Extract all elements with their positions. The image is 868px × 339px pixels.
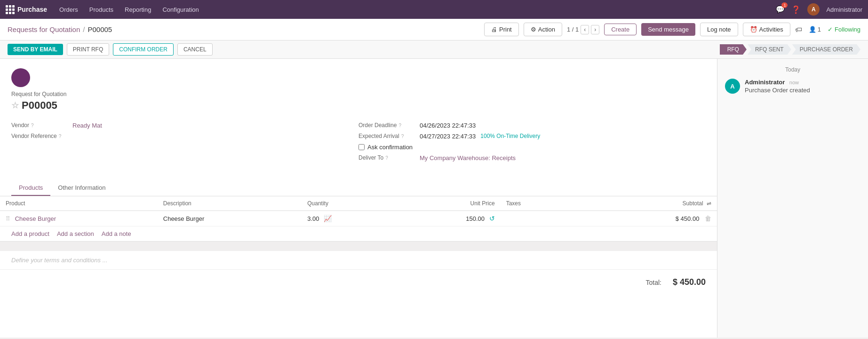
order-deadline-help-icon[interactable]: ? — [398, 123, 401, 128]
chat-icon[interactable]: 💬 1 — [776, 5, 785, 14]
expected-arrival-value[interactable]: 04/27/2023 22:47:33 — [420, 133, 476, 140]
description-cell[interactable]: Cheese Burger — [158, 211, 302, 226]
send-message-button[interactable]: Send message — [641, 23, 695, 36]
chatter-extra-icons: 🏷 👤 1 ✓ Following — [795, 25, 860, 33]
delete-row-icon[interactable]: 🗑 — [705, 215, 711, 222]
ask-confirmation-checkbox[interactable] — [358, 144, 365, 150]
header-product: Product — [0, 196, 158, 211]
app-name[interactable]: Purchase — [17, 6, 47, 13]
vendor-ref-help-icon[interactable]: ? — [59, 134, 62, 139]
terms-placeholder[interactable]: Define your terms and conditions ... — [11, 257, 108, 264]
expected-arrival-label: Expected Arrival ? — [358, 133, 420, 139]
header-taxes: Taxes — [501, 196, 597, 211]
add-note-link[interactable]: Add a note — [102, 230, 131, 237]
admin-label[interactable]: Administrator — [826, 6, 862, 13]
totals-area: Total: $ 450.00 — [0, 269, 717, 295]
nav-orders[interactable]: Orders — [55, 4, 83, 15]
reset-price-icon[interactable]: ↺ — [489, 215, 495, 222]
action-button[interactable]: ⚙ Action — [524, 23, 562, 36]
product-cell: ⠿ Cheese Burger — [0, 211, 158, 226]
gear-icon: ⚙ — [531, 26, 536, 33]
tab-other-information[interactable]: Other Information — [50, 180, 113, 196]
vendor-help-icon[interactable]: ? — [31, 123, 34, 128]
ask-confirmation-row: Ask confirmation — [358, 144, 706, 151]
record-id: P00005 — [22, 99, 57, 112]
action-bar: SEND BY EMAIL PRINT RFQ CONFIRM ORDER CA… — [0, 40, 868, 59]
chatter-text: Purchase Order created — [745, 87, 860, 94]
prev-button[interactable]: ‹ — [581, 25, 589, 34]
record-title: ☆ P00005 — [11, 99, 706, 112]
chatter-today-label: Today — [725, 66, 860, 73]
status-purchase-order: PURCHASE ORDER — [792, 44, 860, 55]
activities-button[interactable]: ⏰ Activities — [743, 23, 790, 36]
cancel-button[interactable]: CANCEL — [177, 43, 213, 56]
send-by-email-button[interactable]: SEND BY EMAIL — [8, 44, 63, 55]
header-unit-price: Unit Price — [398, 196, 501, 211]
vendor-ref-field-row: Vendor Reference ? — [11, 131, 358, 141]
check-icon: ✓ — [828, 26, 833, 33]
next-button[interactable]: › — [591, 25, 599, 34]
print-icon: 🖨 — [491, 26, 497, 33]
favorite-star-icon[interactable]: ☆ — [11, 100, 19, 111]
on-time-delivery-badge[interactable]: 100% On-Time Delivery — [480, 133, 540, 139]
avatar[interactable]: A — [807, 3, 820, 16]
clock-icon: ⏰ — [750, 26, 757, 33]
confirm-order-button[interactable]: CONFIRM ORDER — [113, 43, 174, 56]
record-counter: 1 / 1 ‹ › — [567, 25, 599, 34]
print-rfq-button[interactable]: PRINT RFQ — [67, 43, 109, 56]
main-nav: Orders Products Reporting Configuration — [55, 4, 204, 15]
main-area: Request for Quotation ☆ P00005 Vendor ? … — [0, 59, 868, 338]
product-table: Product Description Quantity Unit Price … — [0, 196, 717, 226]
tab-products[interactable]: Products — [11, 180, 50, 196]
log-note-button[interactable]: Log note — [700, 23, 738, 36]
expected-arrival-help-icon[interactable]: ? — [401, 134, 404, 139]
company-logo — [11, 68, 30, 87]
product-name[interactable]: Cheese Burger — [15, 215, 56, 222]
status-bar: RFQ RFQ SENT PURCHASE ORDER — [720, 44, 860, 55]
vendor-value[interactable]: Ready Mat — [72, 122, 102, 129]
add-product-link[interactable]: Add a product — [11, 230, 49, 237]
deliver-to-help-icon[interactable]: ? — [385, 155, 388, 161]
total-row: Total: $ 450.00 — [645, 277, 706, 287]
breadcrumb-parent[interactable]: Requests for Quotation — [8, 25, 80, 33]
header-description: Description — [158, 196, 302, 211]
follower-icon[interactable]: 👤 1 — [809, 26, 821, 33]
deliver-to-value[interactable]: My Company Warehouse: Receipts — [420, 154, 516, 161]
chatter-avatar: A — [725, 79, 740, 94]
subtotal-cell: $ 450.00 🗑 — [597, 211, 717, 226]
order-deadline-value[interactable]: 04/26/2023 22:47:33 — [420, 122, 476, 129]
total-label: Total: — [645, 279, 661, 286]
grid-icon — [6, 5, 15, 14]
breadcrumb-current: P00005 — [88, 25, 112, 33]
taxes-cell[interactable] — [501, 211, 597, 226]
nav-configuration[interactable]: Configuration — [158, 4, 203, 15]
unit-price-cell: 150.00 ↺ — [398, 211, 501, 226]
nav-reporting[interactable]: Reporting — [120, 4, 156, 15]
print-button[interactable]: 🖨 Print — [484, 23, 519, 36]
vendor-field-row: Vendor ? Ready Mat — [11, 120, 358, 131]
tabs: Products Other Information — [0, 180, 717, 196]
form-area: Request for Quotation ☆ P00005 Vendor ? … — [0, 59, 717, 338]
quantity-value[interactable]: 3.00 — [307, 215, 319, 222]
row-drag-icon[interactable]: ⠿ — [6, 215, 10, 222]
unit-price-value[interactable]: 150.00 — [466, 215, 485, 222]
columns-icon[interactable]: ⇌ — [707, 200, 711, 207]
forecast-chart-icon[interactable]: 📈 — [324, 215, 332, 222]
top-right-icons: 💬 1 ❓ A Administrator — [776, 3, 862, 16]
expected-arrival-row: Expected Arrival ? 04/27/2023 22:47:33 1… — [358, 131, 706, 142]
sub-header-right: 🖨 Print ⚙ Action 1 / 1 ‹ › Create Send m… — [484, 23, 860, 36]
header-subtotal: Subtotal ⇌ — [597, 196, 717, 211]
chatter-content: Administrator now Purchase Order created — [745, 79, 860, 94]
create-button[interactable]: Create — [604, 24, 637, 35]
total-value: $ 450.00 — [673, 277, 706, 287]
app-brand[interactable]: Purchase — [6, 5, 47, 14]
following-button[interactable]: ✓ Following — [828, 26, 860, 33]
tag-icon[interactable]: 🏷 — [795, 25, 802, 33]
fields-right: Order Deadline ? 04/26/2023 22:47:33 Exp… — [358, 120, 706, 163]
breadcrumb: Requests for Quotation / P00005 — [8, 25, 112, 33]
form-subtitle: Request for Quotation — [11, 91, 706, 97]
add-links: Add a product Add a section Add a note — [0, 226, 717, 241]
nav-products[interactable]: Products — [85, 4, 118, 15]
add-section-link[interactable]: Add a section — [57, 230, 94, 237]
help-icon[interactable]: ❓ — [791, 5, 801, 14]
